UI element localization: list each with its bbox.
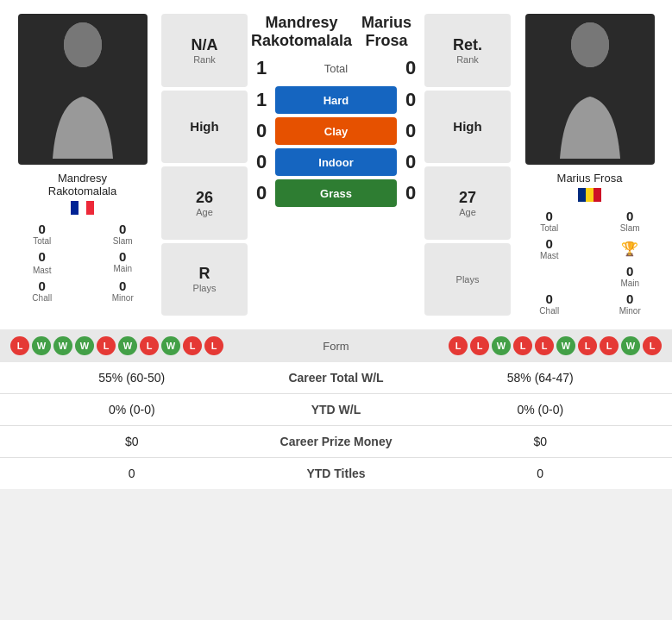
- left-rank-box: N/A Rank: [161, 14, 248, 87]
- stats-left-3: 0: [14, 467, 250, 480]
- left-header-name: Mandresy Rakotomalala: [251, 14, 352, 50]
- right-form-badge: W: [556, 336, 575, 355]
- stats-row-3: 0YTD Titles0: [0, 458, 672, 489]
- left-age-box: 26 Age: [161, 166, 248, 240]
- left-player-name: Mandresy Rakotomalala: [48, 172, 117, 197]
- left-form-badge: L: [140, 336, 159, 355]
- left-form-badge: W: [118, 336, 137, 355]
- stats-left-1: 0% (0-0): [14, 403, 250, 416]
- right-form-badges: LLWLLWLLWL: [366, 336, 663, 355]
- left-form-badges: LWWWLWLWLL: [10, 336, 307, 355]
- right-form-badge: L: [643, 336, 662, 355]
- right-player-flag: [578, 188, 601, 202]
- left-form-badge: W: [75, 336, 94, 355]
- right-stat-slam: 0 Slam: [595, 209, 666, 233]
- right-form-badge: L: [470, 336, 489, 355]
- form-section: LWWWLWLWLL Form LLWLLWLLWL: [0, 329, 672, 362]
- left-form-badge: L: [10, 336, 29, 355]
- left-stat-mast: 0 Mast: [7, 249, 78, 275]
- right-form-badge: W: [492, 336, 511, 355]
- right-form-badge: L: [449, 336, 468, 355]
- right-high-box: High: [424, 91, 511, 164]
- right-form-badge: W: [621, 336, 640, 355]
- stats-right-2: $0: [423, 435, 659, 448]
- left-form-badge: L: [97, 336, 116, 355]
- stats-right-3: 0: [423, 467, 659, 480]
- left-stat-main: 0 Main: [88, 249, 159, 275]
- right-header-name: Marius Frosa: [352, 14, 421, 50]
- stats-right-0: 58% (64-47): [423, 371, 659, 385]
- right-form-badge: L: [513, 336, 532, 355]
- stats-center-0: Career Total W/L: [250, 371, 423, 385]
- stats-center-2: Career Prize Money: [250, 435, 423, 448]
- right-player-name: Marius Frosa: [557, 172, 623, 185]
- clay-badge: Clay: [275, 117, 397, 145]
- stats-left-0: 55% (60-50): [14, 371, 250, 385]
- main-container: Mandresy Rakotomalala 0 Total 0 Slam 0: [0, 0, 672, 489]
- left-plays-box: R Plays: [161, 243, 248, 316]
- left-high-box: High: [161, 91, 248, 164]
- svg-point-3: [571, 22, 609, 67]
- stats-left-2: $0: [14, 435, 250, 448]
- left-stat-total: 0 Total: [7, 222, 78, 246]
- stats-row-2: $0Career Prize Money$0: [0, 426, 672, 458]
- right-stat-chall: 0 Chall: [514, 291, 585, 316]
- stats-section: 55% (60-50)Career Total W/L58% (64-47)0%…: [0, 362, 672, 489]
- left-form-badge: W: [32, 336, 51, 355]
- top-section: Mandresy Rakotomalala 0 Total 0 Slam 0: [0, 0, 672, 329]
- stats-right-1: 0% (0-0): [423, 403, 659, 416]
- surface-indoor-row: 0 Indoor 0: [251, 148, 421, 176]
- left-form-badge: L: [183, 336, 202, 355]
- stats-row-0: 55% (60-50)Career Total W/L58% (64-47): [0, 362, 672, 394]
- player-header: Mandresy Rakotomalala Marius Frosa: [251, 14, 421, 50]
- right-player-stats: 0 Total 0 Slam 0 Mast 🏆 0 Main: [514, 209, 665, 316]
- right-age-box: 27 Age: [424, 166, 511, 240]
- svg-point-1: [64, 22, 102, 67]
- indoor-badge: Indoor: [275, 148, 397, 176]
- left-player-card: Mandresy Rakotomalala 0 Total 0 Slam 0: [7, 14, 158, 316]
- right-player-avatar: [525, 14, 655, 165]
- left-stat-chall: 0 Chall: [7, 279, 78, 303]
- grass-badge: Grass: [275, 179, 397, 207]
- left-player-avatar: [18, 14, 148, 165]
- left-form-badge: W: [161, 336, 180, 355]
- stats-center-1: YTD W/L: [250, 403, 423, 416]
- right-form-badge: L: [578, 336, 597, 355]
- left-player-stats: 0 Total 0 Slam 0 Mast 0 Main 0 Chall: [7, 222, 158, 303]
- surface-grass-row: 0 Grass 0: [251, 179, 421, 207]
- surface-clay-row: 0 Clay 0: [251, 117, 421, 145]
- right-form-badge: L: [600, 336, 619, 355]
- right-form-badge: L: [535, 336, 554, 355]
- left-form-badge: L: [204, 336, 223, 355]
- form-label: Form: [311, 340, 362, 353]
- surface-hard-row: 1 Hard 0: [251, 86, 421, 114]
- left-stat-minor: 0 Minor: [88, 279, 159, 303]
- hard-badge: Hard: [275, 86, 397, 114]
- stats-center-3: YTD Titles: [250, 467, 423, 480]
- left-form-badge: W: [53, 336, 72, 355]
- right-stat-main: 0 Main: [595, 264, 666, 288]
- right-detail-card: Ret. Rank High 27 Age Plays: [424, 14, 511, 316]
- left-player-flag: [71, 201, 94, 215]
- left-detail-card: N/A Rank High 26 Age R Plays: [161, 14, 248, 316]
- right-rank-box: Ret. Rank: [424, 14, 511, 87]
- right-trophy-icon: 🏆: [595, 236, 666, 260]
- stats-row-1: 0% (0-0)YTD W/L0% (0-0): [0, 394, 672, 426]
- left-stat-slam: 0 Slam: [88, 222, 159, 246]
- right-plays-box: Plays: [424, 243, 511, 316]
- right-stat-total: 0 Total: [514, 209, 585, 233]
- right-player-card: Marius Frosa 0 Total 0 Slam 0 Mast: [514, 14, 665, 316]
- total-row: 1 Total 0: [251, 57, 421, 79]
- right-stat-minor: 0 Minor: [595, 291, 666, 316]
- right-stat-mast: 0 Mast: [514, 236, 585, 260]
- center-column: Mandresy Rakotomalala Marius Frosa 1 Tot…: [251, 14, 421, 316]
